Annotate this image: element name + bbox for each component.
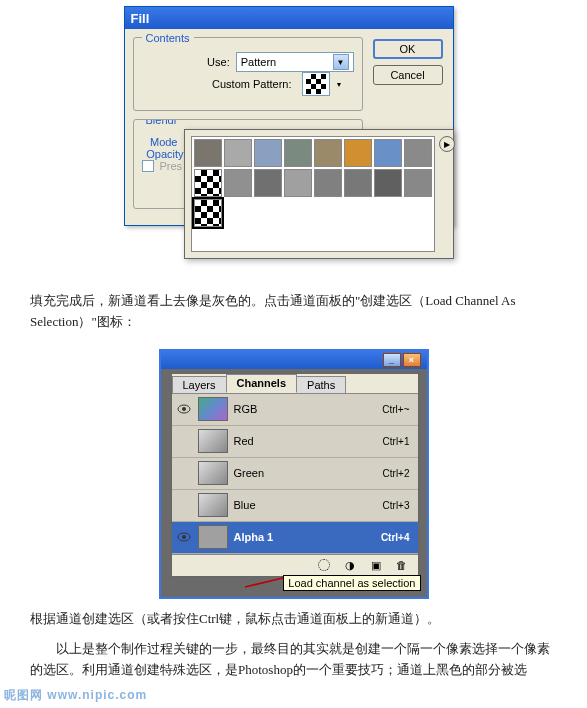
- dropdown-arrow-icon: ▼: [336, 81, 343, 88]
- channels-window: _ × Layers Channels Paths RGBCtrl+~RedCt…: [159, 349, 429, 599]
- channel-row[interactable]: GreenCtrl+2: [172, 458, 418, 490]
- minimize-button[interactable]: _: [383, 353, 401, 367]
- channel-row[interactable]: RedCtrl+1: [172, 426, 418, 458]
- channel-shortcut: Ctrl+3: [383, 500, 414, 511]
- pattern-popup: ▶: [184, 129, 454, 259]
- channel-thumb: [198, 429, 228, 453]
- blending-legend: Blendi: [142, 119, 181, 126]
- channels-panel: Layers Channels Paths RGBCtrl+~RedCtrl+1…: [171, 373, 419, 577]
- ok-button[interactable]: OK: [373, 39, 443, 59]
- pattern-swatch[interactable]: [314, 169, 342, 197]
- pattern-swatch[interactable]: [284, 169, 312, 197]
- channel-row[interactable]: RGBCtrl+~: [172, 394, 418, 426]
- channel-name: Blue: [234, 499, 377, 511]
- channel-shortcut: Ctrl+1: [383, 436, 414, 447]
- pattern-swatch[interactable]: [254, 139, 282, 167]
- tab-layers[interactable]: Layers: [172, 376, 227, 393]
- visibility-eye-icon[interactable]: [176, 497, 192, 513]
- instruction-text-2: 根据通道创建选区（或者按住Ctrl键，鼠标点击通道面板上的新通道）。: [0, 599, 587, 640]
- mode-label: Mode: [142, 136, 178, 148]
- channel-row[interactable]: BlueCtrl+3: [172, 490, 418, 522]
- pattern-swatch[interactable]: [224, 139, 252, 167]
- chevron-down-icon: ▼: [333, 54, 349, 70]
- pattern-swatch[interactable]: [404, 169, 432, 197]
- pattern-swatch[interactable]: [344, 139, 372, 167]
- new-channel-icon[interactable]: ▣: [368, 558, 384, 572]
- pattern-swatch[interactable]: [194, 199, 222, 227]
- cancel-button[interactable]: Cancel: [373, 65, 443, 85]
- instruction-text-3: 以上是整个制作过程关键的一步，最终目的其实就是创建一个隔一个像素选择一个像素的选…: [0, 639, 587, 691]
- pattern-swatch[interactable]: [224, 169, 252, 197]
- channel-thumb: [198, 525, 228, 549]
- use-dropdown[interactable]: Pattern ▼: [236, 52, 354, 72]
- close-button[interactable]: ×: [403, 353, 421, 367]
- svg-line-4: [245, 577, 287, 587]
- channel-shortcut: Ctrl+2: [383, 468, 414, 479]
- panel-tabs: Layers Channels Paths: [172, 374, 418, 394]
- fill-title: Fill: [131, 11, 150, 26]
- channel-shortcut: Ctrl+4: [381, 532, 414, 543]
- save-selection-icon[interactable]: ◑: [342, 558, 358, 572]
- popup-options-button[interactable]: ▶: [439, 136, 455, 152]
- channel-list: RGBCtrl+~RedCtrl+1GreenCtrl+2BlueCtrl+3A…: [172, 394, 418, 554]
- pattern-swatch[interactable]: [374, 139, 402, 167]
- channel-name: RGB: [234, 403, 377, 415]
- tab-paths[interactable]: Paths: [296, 376, 346, 393]
- load-selection-icon[interactable]: [316, 558, 332, 572]
- visibility-eye-icon[interactable]: [176, 529, 192, 545]
- channel-shortcut: Ctrl+~: [382, 404, 413, 415]
- instruction-text-1: 填充完成后，新通道看上去像是灰色的。点击通道面板的"创建选区（Load Chan…: [0, 281, 587, 343]
- custom-pattern-label: Custom Pattern:: [142, 78, 292, 90]
- visibility-eye-icon[interactable]: [176, 433, 192, 449]
- panel-bottom-bar: ◑ ▣ 🗑: [172, 554, 418, 576]
- opacity-label: Opacity: [142, 148, 184, 160]
- channel-thumb: [198, 493, 228, 517]
- channel-thumb: [198, 461, 228, 485]
- pattern-swatch[interactable]: [194, 139, 222, 167]
- tooltip: Load channel as selection: [283, 575, 420, 591]
- channel-name: Red: [234, 435, 377, 447]
- use-label: Use:: [142, 56, 230, 68]
- pattern-picker[interactable]: [302, 72, 330, 96]
- delete-channel-icon[interactable]: 🗑: [394, 558, 410, 572]
- channel-name: Green: [234, 467, 377, 479]
- svg-point-1: [182, 407, 186, 411]
- preserve-transparency-checkbox[interactable]: [142, 160, 154, 172]
- pattern-swatch[interactable]: [344, 169, 372, 197]
- pattern-grid: [191, 136, 435, 252]
- fill-titlebar: Fill: [125, 7, 453, 29]
- visibility-eye-icon[interactable]: [176, 465, 192, 481]
- svg-point-3: [182, 535, 186, 539]
- pattern-swatch[interactable]: [284, 139, 312, 167]
- pattern-swatch-preview: [306, 74, 326, 94]
- pattern-swatch[interactable]: [404, 139, 432, 167]
- contents-legend: Contents: [142, 32, 194, 44]
- channel-name: Alpha 1: [234, 531, 375, 543]
- pattern-swatch[interactable]: [314, 139, 342, 167]
- visibility-eye-icon[interactable]: [176, 401, 192, 417]
- channel-thumb: [198, 397, 228, 421]
- pattern-swatch[interactable]: [194, 169, 222, 197]
- use-value: Pattern: [241, 56, 276, 68]
- watermark: 昵图网 www.nipic.com: [4, 687, 147, 704]
- pattern-swatch[interactable]: [374, 169, 402, 197]
- channel-row[interactable]: Alpha 1Ctrl+4: [172, 522, 418, 554]
- pattern-swatch[interactable]: [254, 169, 282, 197]
- tab-channels[interactable]: Channels: [226, 374, 298, 393]
- red-arrow-annotation: [241, 575, 289, 589]
